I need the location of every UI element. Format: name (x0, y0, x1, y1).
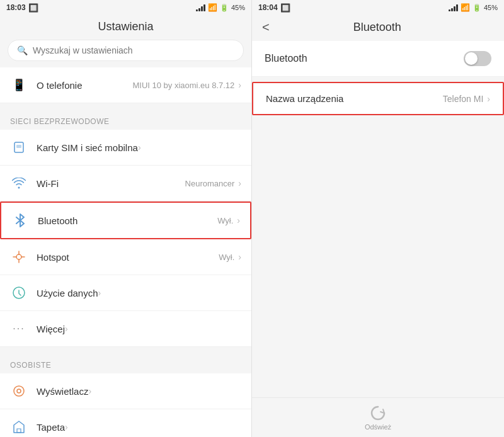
about-phone-chevron: › (238, 80, 241, 90)
settings-item-more[interactable]: ··· Więcej › (0, 311, 251, 347)
hotspot-sub: Wył. (219, 253, 234, 262)
refresh-button[interactable]: Odśwież (365, 404, 391, 431)
wifi-chevron: › (238, 178, 241, 188)
bluetooth-settings-icon (11, 212, 29, 229)
right-clock: 18:04 (258, 3, 278, 12)
hotspot-label: Hotspot (37, 252, 69, 263)
settings-list: 📱 O telefonie MIUI 10 by xiaomi.eu 8.7.1… (0, 67, 251, 437)
settings-item-wifi[interactable]: Wi-Fi Neuromancer › (0, 166, 251, 201)
settings-item-hotspot[interactable]: Hotspot Wył. › (0, 239, 251, 275)
svg-rect-1 (16, 145, 21, 148)
right-status-icons: 📶 🔋 45% (449, 3, 498, 12)
left-time: 18:03 🔲 (6, 3, 38, 13)
svg-point-3 (14, 386, 24, 396)
settings-item-wallpaper[interactable]: Tapeta › (0, 409, 251, 437)
battery-percent: 45% (231, 4, 245, 11)
left-notification-icon: 🔲 (28, 3, 38, 13)
wallpaper-label: Tapeta (37, 422, 65, 433)
divider1 (0, 103, 251, 108)
settings-item-bluetooth[interactable]: Bluetooth Wył. › (0, 201, 251, 239)
settings-item-data[interactable]: Użycie danych › (0, 275, 251, 311)
hotspot-chevron: › (238, 252, 241, 262)
right-battery-icon: 🔋 (472, 4, 481, 12)
bluetooth-sub: Wył. (217, 216, 233, 225)
wifi-sub: Neuromancer (185, 179, 235, 188)
left-status-icons: 📶 🔋 45% (196, 3, 245, 12)
sim-chevron: › (138, 142, 141, 152)
refresh-icon (369, 404, 387, 422)
right-signal-icon (449, 4, 458, 11)
sim-label: Karty SIM i sieć mobilna (37, 142, 138, 153)
gap (252, 77, 504, 81)
sim-icon (10, 139, 28, 156)
display-label: Wyświetlacz (37, 386, 88, 397)
data-chevron: › (98, 288, 101, 298)
wifi-label: Wi-Fi (37, 178, 59, 189)
settings-item-sim[interactable]: Karty SIM i sieć mobilna › (0, 130, 251, 166)
right-panel: 18:04 🔲 📶 🔋 45% < Bluetooth Bluetooth (252, 0, 504, 437)
signal-icon (196, 4, 205, 11)
back-button[interactable]: < (262, 20, 270, 35)
wallpaper-icon (10, 418, 28, 436)
display-chevron: › (88, 386, 91, 396)
left-clock: 18:03 (6, 3, 26, 12)
section-wireless: SIECI BEZPRZEWODOWE (0, 108, 251, 130)
more-icon: ··· (10, 320, 28, 338)
device-name-label: Nazwa urządzenia (266, 93, 443, 104)
bluetooth-label: Bluetooth (38, 215, 77, 226)
data-label: Użycie danych (37, 288, 98, 298)
settings-item-about-phone[interactable]: 📱 O telefonie MIUI 10 by xiaomi.eu 8.7.1… (0, 67, 251, 103)
left-page-title: Ustawienia (0, 15, 251, 40)
display-icon (10, 382, 28, 400)
right-battery-percent: 45% (484, 4, 498, 11)
search-icon: 🔍 (17, 45, 28, 55)
refresh-label: Odśwież (365, 423, 391, 431)
device-name-row[interactable]: Nazwa urządzenia Telefon MI › (252, 82, 504, 115)
left-status-bar: 18:03 🔲 📶 🔋 45% (0, 0, 251, 15)
more-label: Więcej (37, 324, 65, 334)
right-wifi-icon: 📶 (461, 3, 470, 12)
phone-icon: 📱 (10, 76, 28, 94)
settings-item-display[interactable]: Wyświetlacz › (0, 373, 251, 409)
left-panel: 18:03 🔲 📶 🔋 45% Ustawienia 🔍 📱 O telefon… (0, 0, 252, 437)
search-bar[interactable]: 🔍 (8, 40, 244, 61)
divider2 (0, 347, 251, 352)
battery-icon: 🔋 (220, 4, 229, 12)
device-name-value: Telefon MI (443, 94, 484, 104)
hotspot-icon (10, 248, 28, 266)
bluetooth-chevron: › (237, 215, 240, 225)
right-page-title: Bluetooth (276, 21, 479, 34)
svg-point-2 (16, 254, 21, 259)
right-status-bar: 18:04 🔲 📶 🔋 45% (252, 0, 504, 15)
bluetooth-toggle-row: Bluetooth (252, 41, 504, 77)
about-phone-label: O telefonie (37, 80, 83, 91)
data-icon (10, 284, 28, 302)
wifi-icon: 📶 (208, 3, 217, 12)
more-chevron: › (65, 324, 68, 334)
wallpaper-chevron: › (65, 422, 68, 432)
wifi-settings-icon (10, 174, 28, 192)
bluetooth-toggle-label: Bluetooth (265, 53, 464, 64)
right-footer: Odśwież (252, 397, 504, 437)
right-header: < Bluetooth (252, 15, 504, 41)
about-phone-sub: MIUI 10 by xiaomi.eu 8.7.12 (132, 81, 234, 90)
search-input[interactable] (33, 45, 234, 55)
section-personal: OSOBISTE (0, 352, 251, 373)
device-name-chevron: › (487, 94, 490, 104)
right-time: 18:04 🔲 (258, 3, 290, 13)
right-notification-icon: 🔲 (280, 3, 290, 13)
right-content: Bluetooth Nazwa urządzenia Telefon MI › (252, 41, 504, 397)
svg-point-4 (17, 389, 21, 393)
bluetooth-toggle-switch[interactable] (464, 51, 491, 66)
